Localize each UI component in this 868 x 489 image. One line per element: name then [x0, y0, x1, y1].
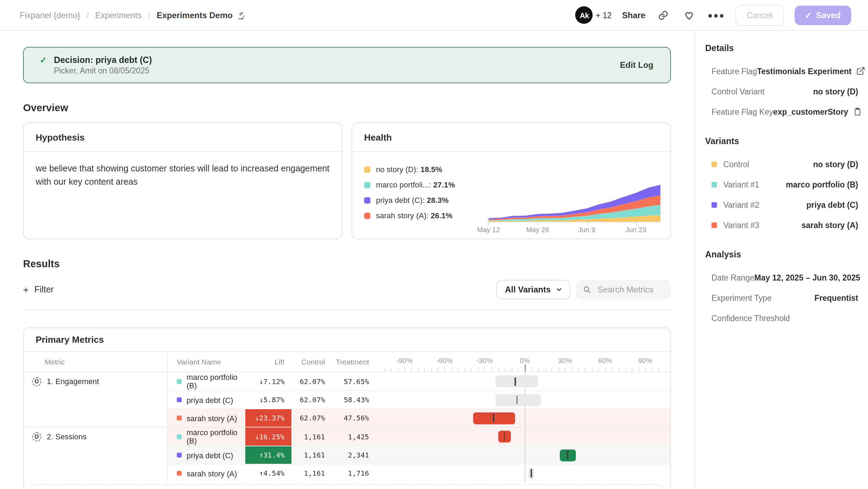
- table-row[interactable]: priya debt (C) ↓5.87% 62.07% 58.43%: [168, 390, 670, 409]
- ruler-tick: [598, 367, 599, 371]
- ruler-tick: [471, 367, 472, 371]
- variant-color-dot: [177, 471, 182, 476]
- variants-section: Variants Control no story (D) Variant #1…: [705, 136, 858, 235]
- metric-group: O 2. Sessions marco portfolio (B) ↓16.25…: [24, 427, 670, 482]
- primary-metrics-card: Primary Metrics Metric Variant Name Lift…: [23, 327, 671, 489]
- right-sidebar: Details Feature Flag Testimonials Experi…: [695, 31, 868, 489]
- sidebar-detail-row: Feature Flag Key exp_customerStory: [705, 101, 858, 122]
- add-filter-button[interactable]: + Filter: [23, 284, 54, 295]
- table-row[interactable]: sarah story (A) ↓23.37% 62.07% 47.56%: [168, 409, 670, 427]
- x-axis-label: May 12: [477, 226, 500, 234]
- ruler-tick: [425, 367, 425, 371]
- cancel-button[interactable]: Cancel: [735, 5, 784, 26]
- favorite-icon[interactable]: [682, 7, 697, 23]
- lift-cell: ↓16.25%: [245, 427, 291, 446]
- point-estimate-tick: [567, 451, 568, 459]
- ruler-tick: [632, 367, 632, 371]
- breadcrumb-experiments[interactable]: Experiments: [95, 10, 142, 20]
- search-metrics-input[interactable]: [596, 284, 664, 295]
- avatar[interactable]: Ak: [576, 6, 593, 24]
- add-metric-button[interactable]: + Add: [30, 484, 664, 489]
- scale-tick-label: -60%: [436, 357, 453, 364]
- table-body: O 1. Engagement marco portfolio (B) ↓7.1…: [24, 371, 670, 482]
- ruler-tick: [619, 367, 619, 371]
- variant-value: no story (D): [813, 160, 858, 168]
- top-actions: Ak + 12 Share ●●● Cancel ✓ Saved: [576, 5, 851, 26]
- results-toolbar: + Filter All Variants: [23, 278, 671, 301]
- ruler-tick: [491, 367, 492, 371]
- control-cell: 1,161: [291, 427, 332, 446]
- treatment-cell: 57.65%: [332, 372, 376, 390]
- ruler-tick: [585, 367, 586, 371]
- variants-heading: Variants: [705, 136, 858, 146]
- more-options-icon[interactable]: ●●●: [708, 10, 725, 20]
- lift-scale-header: -90%-60%-30%0%30%60%90%: [382, 352, 665, 371]
- ruler-tick: [398, 367, 398, 371]
- table-row[interactable]: sarah story (A) ↑4.54% 1,161 1,716: [168, 464, 670, 482]
- breadcrumb-project[interactable]: Fixpanel {demo}: [20, 10, 80, 20]
- scale-tick-label: 60%: [598, 357, 612, 364]
- variant-name-cell: marco portfolio (B): [168, 427, 245, 446]
- details-heading: Details: [705, 43, 858, 53]
- table-row[interactable]: marco portfolio (B) ↓7.12% 62.07% 57.65%: [168, 372, 670, 390]
- variant-label: Variant #3: [723, 221, 759, 229]
- variant-value: marco portfolio (B): [786, 180, 858, 189]
- search-metrics[interactable]: [576, 280, 671, 299]
- legend-swatch: [364, 166, 370, 172]
- health-legend-item: sarah story (A): 26.1%: [364, 211, 489, 220]
- point-estimate-tick: [516, 396, 518, 404]
- main-panel: ✓ Decision: priya debt (C) Picker, Amit …: [0, 31, 695, 489]
- ruler-tick: [625, 367, 626, 371]
- ruler-tick: [605, 367, 606, 371]
- detail-value: May 12, 2025 – Jun 30, 2025: [754, 273, 860, 282]
- ruler-tick: [572, 367, 572, 371]
- treatment-cell: 47.56%: [332, 409, 376, 427]
- metric-name: 2. Sessions: [47, 432, 87, 441]
- confidence-interval-bar: [496, 394, 541, 406]
- variant-name-cell: marco portfolio (B): [168, 372, 245, 390]
- divider: [23, 309, 671, 310]
- detail-label: Experiment Type: [711, 293, 772, 302]
- variants-dropdown-label: All Variants: [505, 285, 551, 295]
- legend-swatch: [364, 212, 370, 219]
- breadcrumb-current[interactable]: Experiments Demo: [157, 10, 245, 20]
- primary-metrics-title: Primary Metrics: [24, 328, 670, 352]
- ruler-tick: [418, 367, 418, 371]
- sidebar-variant-row: Variant #1 marco portfolio (B): [705, 174, 858, 194]
- filter-label: Filter: [34, 285, 54, 295]
- saved-button[interactable]: ✓ Saved: [794, 5, 851, 25]
- x-axis-label: Jun 23: [625, 226, 646, 234]
- detail-value: no story (D): [813, 87, 858, 95]
- ruler-tick: [444, 367, 445, 371]
- ruler-tick: [411, 367, 412, 371]
- collaborators[interactable]: Ak + 12: [576, 6, 612, 24]
- sidebar-detail-row: Date Range May 12, 2025 – Jun 30, 2025: [705, 267, 858, 288]
- share-button[interactable]: Share: [622, 10, 645, 20]
- treatment-cell: 58.43%: [332, 391, 376, 409]
- detail-label: Confidence Threshold: [711, 314, 790, 322]
- table-row[interactable]: priya debt (C) ↑31.4% 1,161 2,341: [168, 446, 670, 464]
- decision-subtitle: Picker, Amit on 08/05/2025: [54, 66, 152, 75]
- x-axis-label: Jun 9: [578, 226, 595, 234]
- treatment-cell: 1,716: [332, 465, 376, 482]
- goal-icon: O: [32, 377, 41, 386]
- copy-link-icon[interactable]: [656, 7, 671, 23]
- decision-check-icon: ✓: [40, 55, 47, 65]
- control-cell: 62.07%: [291, 409, 332, 427]
- edit-log-button[interactable]: Edit Log: [620, 60, 653, 70]
- legend-label: no story (D): 18.5%: [376, 165, 442, 173]
- scale-tick-label: 90%: [638, 357, 652, 364]
- external-link-icon[interactable]: [856, 66, 866, 76]
- details-section: Details Feature Flag Testimonials Experi…: [705, 43, 858, 122]
- health-chart-x-axis: May 12 May 26 Jun 9 Jun 23: [489, 222, 660, 234]
- ruler-tick: [438, 367, 439, 371]
- x-axis-tick: [587, 222, 587, 225]
- table-row[interactable]: marco portfolio (B) ↓16.25% 1,161 1,425: [168, 427, 670, 446]
- legend-swatch: [364, 197, 370, 203]
- clipboard-icon[interactable]: [853, 107, 861, 116]
- scale-tick-label: 0%: [520, 357, 530, 364]
- variants-dropdown[interactable]: All Variants: [496, 280, 570, 299]
- variant-color-dot: [177, 397, 182, 402]
- stacked-area-chart: [489, 184, 660, 222]
- detail-value: Frequentist: [815, 293, 858, 302]
